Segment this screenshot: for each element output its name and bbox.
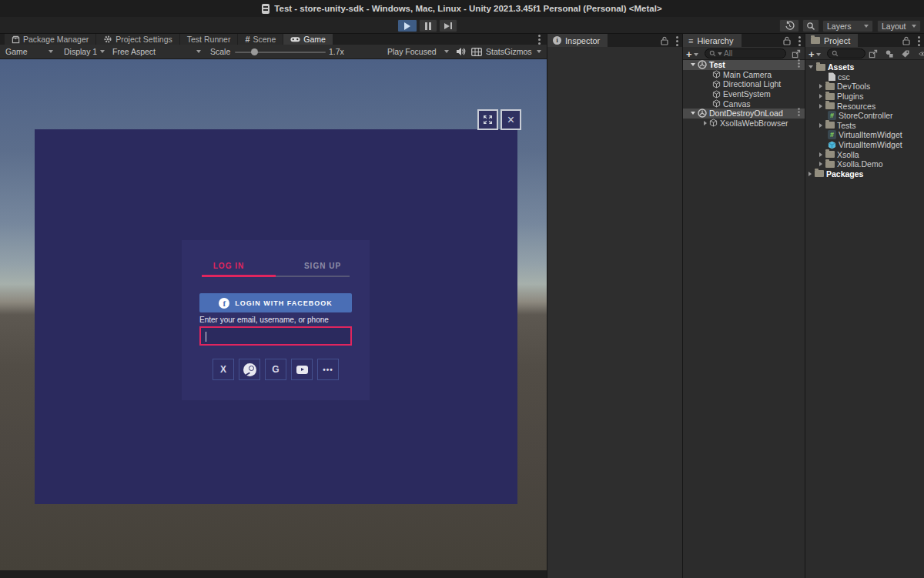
search-by-label-icon[interactable] — [901, 49, 910, 58]
tab-scene[interactable]: # Scene — [238, 34, 283, 45]
gamepad-icon — [290, 35, 300, 43]
play-focused-dropdown[interactable]: Play Focused — [387, 45, 449, 58]
display-dropdown[interactable]: Display 1 — [64, 45, 105, 58]
project-item-plugins[interactable]: Plugins — [805, 92, 924, 102]
hierarchy-item-xsollawebbrowser[interactable]: XsollaWebBrowser — [683, 119, 805, 129]
collapsed-arrow-icon[interactable] — [819, 152, 822, 157]
hierarchy-item-directional-light[interactable]: Directional Light — [683, 79, 805, 89]
folder-icon — [825, 122, 835, 129]
panel-menu-icon[interactable] — [676, 40, 678, 42]
chevron-down-icon — [864, 25, 869, 28]
gizmos-dropdown[interactable]: Gizmos — [504, 45, 541, 58]
layers-dropdown[interactable]: Layers — [822, 20, 873, 32]
project-item-storecontroller[interactable]: # StoreController — [805, 111, 924, 121]
scale-slider-thumb[interactable] — [251, 48, 258, 55]
expand-arrow-icon[interactable] — [691, 63, 695, 66]
chevron-down-icon — [100, 50, 105, 53]
browser-fullscreen-button[interactable] — [477, 109, 498, 130]
project-tree: Assets csc DevTools Plugins Resources — [805, 62, 924, 179]
chevron-down-icon — [444, 50, 449, 53]
layout-dropdown[interactable]: Layout — [877, 20, 921, 32]
step-button[interactable] — [439, 19, 457, 32]
tab-hierarchy[interactable]: ≡ Hierarchy — [683, 34, 742, 47]
scale-slider-track[interactable] — [235, 52, 326, 53]
project-item-csc[interactable]: csc — [805, 72, 924, 82]
game-mode-dropdown[interactable]: Game — [5, 45, 53, 58]
collapsed-arrow-icon[interactable] — [819, 94, 822, 99]
hidden-packages-icon[interactable] — [919, 50, 924, 58]
panel-menu-icon[interactable] — [798, 40, 801, 42]
project-item-xsolla-demo[interactable]: Xsolla.Demo — [805, 159, 924, 169]
login-with-facebook-button[interactable]: f LOGIN WITH FACEBOOK — [199, 293, 352, 312]
create-asset-button[interactable]: + — [808, 48, 821, 60]
hierarchy-search-input[interactable]: All — [705, 48, 786, 58]
play-button[interactable] — [397, 19, 417, 32]
create-object-button[interactable]: + — [686, 48, 698, 60]
project-item-devtools[interactable]: DevTools — [805, 82, 924, 92]
aspect-dropdown[interactable]: Free Aspect — [112, 45, 201, 58]
layout-label: Layout — [882, 22, 906, 31]
version-control-button[interactable] — [779, 19, 799, 32]
project-item-xsolla[interactable]: Xsolla — [805, 149, 924, 159]
social-login-row: X G ••• — [182, 359, 370, 380]
collapsed-arrow-icon[interactable] — [819, 162, 822, 166]
hierarchy-item-canvas[interactable]: Canvas — [683, 99, 805, 109]
hierarchy-item-dontdestroyonload[interactable]: DontDestroyOnLoad — [683, 109, 805, 119]
tab-inspector[interactable]: i Inspector — [547, 34, 608, 47]
tab-game[interactable]: Game — [283, 34, 333, 45]
search-icon — [806, 22, 815, 31]
collapsed-arrow-icon[interactable] — [819, 104, 822, 109]
hierarchy-item-eventsystem[interactable]: EventSystem — [683, 89, 805, 99]
project-item-resources[interactable]: Resources — [805, 101, 924, 111]
project-item-assets[interactable]: Assets — [805, 62, 924, 72]
browser-close-button[interactable]: × — [500, 109, 521, 130]
tab-project-settings[interactable]: Project Settings — [96, 34, 179, 45]
collapsed-arrow-icon[interactable] — [808, 172, 812, 176]
credentials-input[interactable] — [199, 326, 352, 346]
scene-picker-icon[interactable] — [792, 49, 801, 58]
search-by-type-icon[interactable] — [885, 49, 894, 58]
gizmos-label: Gizmos — [504, 47, 532, 56]
stats-button[interactable]: Stats — [486, 45, 504, 58]
lock-icon[interactable] — [902, 36, 910, 45]
collapsed-arrow-icon[interactable] — [819, 123, 822, 128]
scene-menu-icon[interactable] — [798, 62, 799, 64]
inactive-tab-underline — [276, 276, 350, 277]
mute-audio-button[interactable] — [456, 45, 466, 58]
x-login-button[interactable]: X — [213, 359, 234, 380]
vsync-button[interactable] — [471, 45, 482, 58]
more-login-options-button[interactable]: ••• — [317, 359, 339, 380]
tab-sign-up[interactable]: SIGN UP — [276, 262, 370, 270]
tab-package-manager[interactable]: Package Manager — [5, 34, 95, 45]
expand-arrow-icon[interactable] — [808, 65, 813, 68]
steam-icon — [243, 363, 256, 376]
google-login-button[interactable]: G — [265, 359, 286, 380]
pause-button[interactable] — [419, 19, 437, 32]
search-filter-label: All — [724, 49, 732, 58]
youtube-login-button[interactable] — [291, 359, 313, 380]
gameobject-cube-icon — [712, 80, 721, 89]
project-item-packages[interactable]: Packages — [805, 169, 924, 179]
steam-login-button[interactable] — [239, 359, 260, 380]
lock-icon[interactable] — [783, 36, 791, 45]
tab-project[interactable]: Project — [805, 34, 858, 47]
scene-menu-icon[interactable] — [798, 111, 799, 112]
project-item-virtualitemwidget-script[interactable]: # VirtualItemWidget — [805, 130, 924, 140]
panel-menu-icon[interactable] — [918, 40, 920, 42]
collapsed-arrow-icon[interactable] — [704, 121, 707, 125]
hierarchy-item-main-camera[interactable]: Main Camera — [683, 70, 805, 80]
expand-arrow-icon[interactable] — [691, 112, 695, 115]
tab-test-runner[interactable]: Test Runner — [180, 34, 238, 45]
project-item-virtualitemwidget-prefab[interactable]: VirtualItemWidget — [805, 140, 924, 150]
tab-log-in[interactable]: LOG IN — [182, 262, 276, 270]
hierarchy-item-test[interactable]: Test — [683, 60, 805, 70]
search-everything-button[interactable] — [802, 19, 819, 32]
google-icon: G — [272, 364, 279, 375]
save-search-icon[interactable] — [869, 49, 878, 58]
collapsed-arrow-icon[interactable] — [819, 84, 822, 89]
lock-icon[interactable] — [661, 36, 668, 45]
dock-menu-icon[interactable] — [538, 38, 541, 41]
search-filter-caret — [718, 52, 722, 55]
project-item-tests[interactable]: Tests — [805, 121, 924, 131]
project-search-input[interactable] — [827, 48, 865, 58]
